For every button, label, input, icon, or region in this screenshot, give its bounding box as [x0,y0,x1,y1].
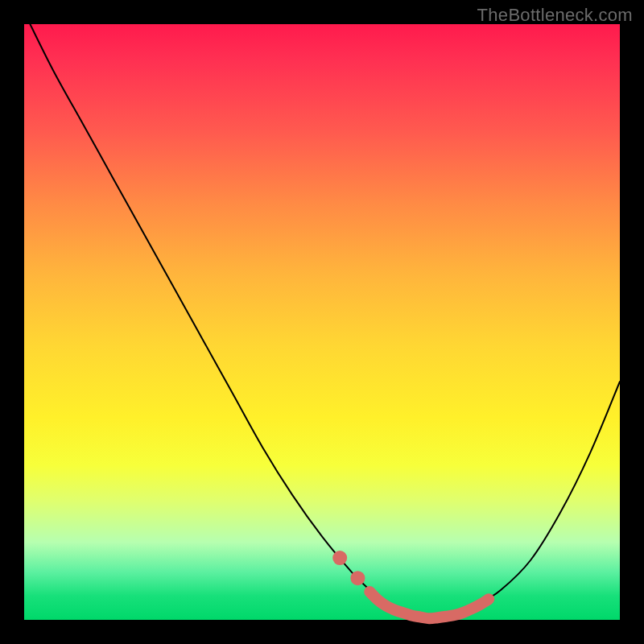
chart-gradient-background [24,24,620,620]
watermark-text: TheBottleneck.com [477,5,633,26]
